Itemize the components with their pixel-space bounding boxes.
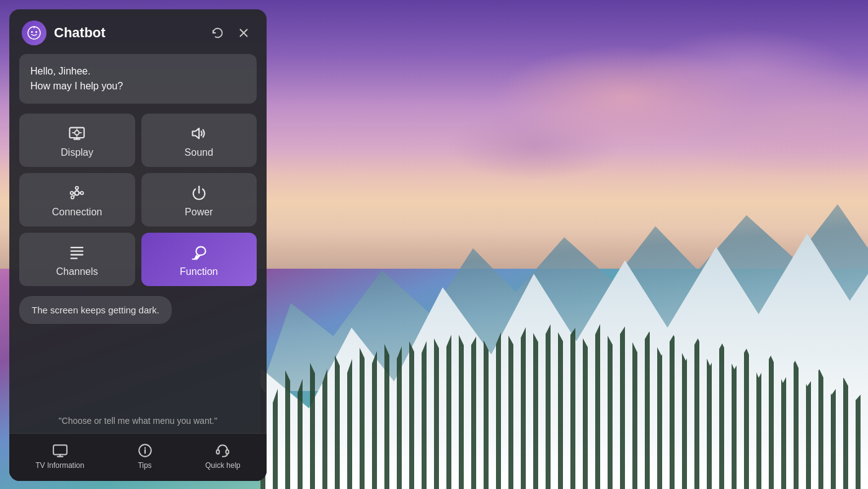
headset-icon: [215, 442, 231, 459]
hint-text: "Choose or tell me what menu you want.": [19, 334, 257, 433]
clouds: [260, 24, 868, 269]
category-sound-label: Sound: [185, 147, 213, 158]
close-icon: [237, 26, 250, 40]
nav-tv-label: TV Information: [35, 461, 84, 470]
category-connection-label: Connection: [52, 207, 102, 218]
panel-header: Chatbot: [9, 9, 267, 54]
category-function[interactable]: Function: [141, 233, 257, 286]
category-display[interactable]: Display: [19, 114, 135, 167]
svg-point-11: [71, 196, 74, 199]
function-icon: [190, 244, 208, 261]
svg-point-0: [28, 27, 40, 39]
power-icon: [190, 184, 208, 202]
category-grid: Display Sound Connection: [19, 114, 257, 286]
svg-rect-15: [71, 258, 78, 259]
refresh-icon: [211, 26, 224, 40]
hint-content: "Choose or tell me what menu you want.": [59, 416, 218, 426]
category-sound[interactable]: Sound: [141, 114, 257, 167]
bottom-nav: TV Information Tips Quick help: [9, 433, 267, 481]
nav-quick-help[interactable]: Quick help: [198, 440, 248, 472]
svg-point-3: [33, 26, 35, 27]
close-button[interactable]: [233, 22, 254, 43]
message-text: The screen keeps getting dark.: [32, 305, 159, 315]
channels-icon: [68, 244, 86, 261]
message-bubble: The screen keeps getting dark.: [19, 296, 172, 324]
header-actions: [207, 22, 254, 43]
svg-point-5: [75, 130, 79, 135]
chatbot-avatar: [22, 20, 46, 45]
svg-point-18: [144, 447, 145, 448]
nav-quick-help-label: Quick help: [205, 461, 241, 470]
category-function-label: Function: [180, 266, 218, 277]
svg-rect-12: [71, 247, 84, 248]
tips-icon: [137, 442, 153, 459]
display-icon: [68, 125, 86, 142]
nav-tv-information[interactable]: TV Information: [28, 440, 92, 472]
svg-point-1: [31, 31, 33, 33]
svg-rect-16: [53, 445, 67, 454]
bot-icon: [27, 25, 42, 40]
svg-rect-19: [217, 450, 219, 454]
category-power-label: Power: [185, 207, 213, 218]
sound-icon: [190, 125, 208, 142]
svg-rect-14: [71, 254, 84, 255]
nav-tips-label: Tips: [138, 461, 151, 470]
nav-tips[interactable]: Tips: [130, 440, 161, 472]
category-channels[interactable]: Channels: [19, 233, 135, 286]
chatbot-panel: Chatbot Hello, Jinhee. How may I help yo…: [9, 9, 267, 481]
svg-rect-13: [71, 251, 84, 252]
panel-title: Chatbot: [54, 25, 200, 41]
refresh-button[interactable]: [207, 22, 228, 43]
category-power[interactable]: Power: [141, 173, 257, 227]
category-display-label: Display: [61, 147, 93, 158]
svg-marker-6: [192, 128, 199, 138]
tv-icon: [52, 442, 68, 459]
connection-icon: [68, 184, 86, 202]
svg-point-2: [35, 31, 37, 33]
greeting-box: Hello, Jinhee. How may I help you?: [19, 54, 257, 104]
category-channels-label: Channels: [56, 266, 98, 277]
category-connection[interactable]: Connection: [19, 173, 135, 227]
greeting-text: Hello, Jinhee. How may I help you?: [30, 66, 123, 91]
